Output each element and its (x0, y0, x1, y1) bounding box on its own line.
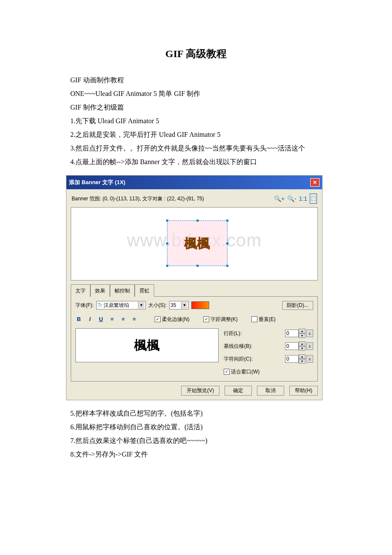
fit-window-checkbox[interactable]: ✓ 适合窗口(W) (224, 367, 259, 377)
sample-preview: 楓楓 (75, 328, 219, 362)
paragraph: 5.把样本字样改成自己想写的字。(包括名字) (70, 407, 322, 420)
zoom-ratio[interactable]: 1:1 (299, 193, 307, 205)
paragraph: 1.先下载 Ulead GIF Animator 5 (70, 114, 322, 128)
paragraph: GIF 制作之初级篇 (70, 101, 322, 114)
line-spacing-spinner[interactable]: ▲▼ ± (285, 329, 313, 338)
baseline-input[interactable] (285, 342, 299, 350)
chevron-down-icon[interactable]: ▼ (181, 302, 187, 309)
soften-checkbox[interactable]: ✓ 柔化边缘(N) (155, 314, 190, 324)
baseline-spinner[interactable]: ▲▼ ± (285, 341, 313, 351)
dialog-window: 添加 Banner 文字 (1X) ✕ Banner 范围: (0, 0)-(1… (66, 175, 323, 400)
soften-label: 柔化边缘(N) (162, 314, 190, 324)
start-preview-button[interactable]: 开始预览(V) (181, 386, 219, 396)
paragraph: 8.文件->另存为->GIF 文件 (70, 448, 322, 461)
font-value: 汉鼎繁琥珀 (104, 300, 138, 310)
underline-icon[interactable]: U (98, 314, 104, 325)
help-button[interactable]: 帮助(H) (289, 386, 318, 396)
canvas-sample-text: 楓楓 (184, 231, 210, 256)
char-spacing-label: 字符间距(C): (224, 354, 253, 364)
size-label: 大小(S): (148, 300, 167, 310)
cancel-button[interactable]: 取消 (257, 386, 284, 396)
vertical-label: 垂直(E) (259, 314, 276, 324)
paragraph: 7.然后点效果这个标签(自己选喜欢的吧~~~~~) (70, 434, 322, 448)
font-combo[interactable]: Tr 汉鼎繁琥珀 ▼ (96, 301, 146, 309)
tab-effects[interactable]: 效果 (90, 284, 110, 297)
baseline-label: 基线位移(B): (224, 341, 252, 351)
paragraph: 2.之后就是安装，完毕后打开 Ulead GIF Animator 5 (70, 128, 322, 142)
color-swatch[interactable] (191, 301, 209, 309)
kerning-checkbox[interactable]: ✓ 字距调整(K) (203, 314, 238, 324)
char-spacing-spinner[interactable]: ▲▼ ± (285, 354, 313, 364)
align-right-icon[interactable]: ≡ (131, 314, 138, 325)
chevron-down-icon[interactable]: ▼ (138, 302, 144, 309)
paragraph: 6.用鼠标把字移动到自己喜欢的位置。(活活) (70, 420, 322, 434)
text-selection-box[interactable]: 楓楓 (167, 220, 228, 266)
font-label: 字体(F): (75, 300, 94, 310)
preview-text: 楓楓 (134, 332, 160, 358)
ok-button[interactable]: 确定 (225, 386, 252, 396)
line-spacing-label: 行距(L): (224, 328, 242, 338)
align-center-icon[interactable]: ≡ (120, 314, 127, 325)
paragraph: GIF 动画制作教程 (70, 73, 322, 87)
size-value: 35 (170, 300, 181, 310)
preview-canvas[interactable]: www.bdocx.com 楓楓 (71, 207, 318, 280)
zoom-out-icon[interactable]: 🔍- (287, 193, 297, 205)
size-combo[interactable]: 35 ▼ (169, 301, 189, 309)
fit-window-label: 适合窗口(W) (231, 367, 259, 377)
fit-icon[interactable]: ⛶ (310, 194, 317, 204)
tab-neon[interactable]: 霓虹 (135, 284, 154, 297)
tab-text[interactable]: 文字 (71, 284, 90, 297)
tab-panel-text: 字体(F): Tr 汉鼎繁琥珀 ▼ 大小(S): 35 ▼ (71, 296, 318, 382)
dialog-title-text: 添加 Banner 文字 (1X) (69, 177, 125, 188)
shadow-button[interactable]: 阴影(D)... (282, 301, 313, 310)
italic-icon[interactable]: I (86, 314, 93, 325)
paragraph: 3.然后点打开文件。。打开的文件就是头像拉~~当然事先要有头头~~~活活这个 (70, 142, 322, 155)
paragraph: ONE~~~Ulead GIF Animator 5 简单 GIF 制作 (70, 87, 322, 101)
page-title: GIF 高级教程 (70, 47, 322, 61)
vertical-checkbox[interactable]: 垂直(E) (251, 314, 276, 324)
bold-icon[interactable]: B (75, 314, 82, 325)
banner-range-text: Banner 范围: (0, 0)-(113, 113), 文字对象 : (22… (72, 194, 204, 204)
kerning-label: 字距调整(K) (210, 314, 238, 324)
line-spacing-input[interactable] (285, 330, 299, 337)
truetype-icon: Tr (98, 300, 102, 310)
close-icon[interactable]: ✕ (310, 178, 320, 187)
char-spacing-input[interactable] (285, 355, 299, 363)
zoom-in-icon[interactable]: 🔍+ (274, 193, 285, 205)
paragraph: 4.点最上面的帧-->添加 Banner 文字，然后就会出现以下的窗口 (70, 155, 322, 169)
dialog-titlebar: 添加 Banner 文字 (1X) ✕ (66, 176, 322, 189)
align-left-icon[interactable]: ≡ (109, 314, 115, 325)
tab-frame[interactable]: 帧控制 (110, 284, 135, 297)
